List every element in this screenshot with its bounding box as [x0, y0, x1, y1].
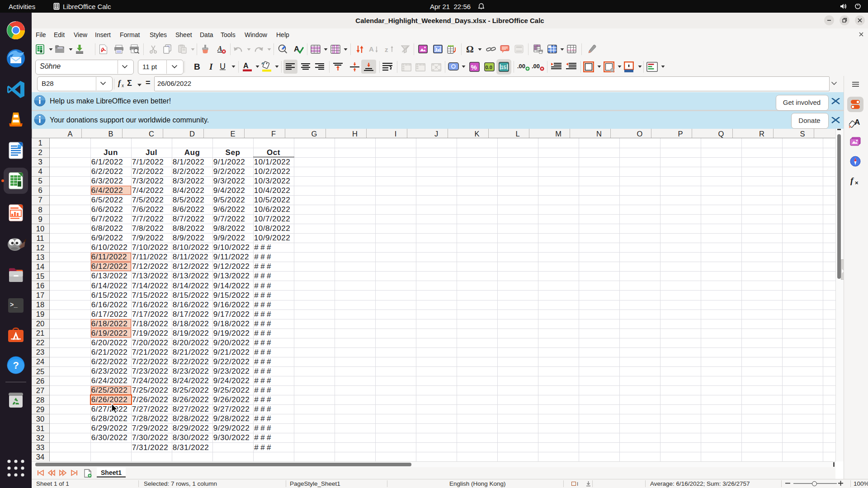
svg-text:.00: .00: [517, 63, 525, 70]
svg-text:A: A: [854, 118, 860, 127]
svg-text:A: A: [243, 62, 249, 70]
svg-text:>_: >_: [10, 301, 18, 309]
svg-text:?: ?: [13, 360, 19, 371]
svg-text:A: A: [217, 45, 222, 52]
svg-text:.00: .00: [532, 63, 540, 70]
svg-text:A: A: [369, 45, 374, 53]
svg-text:I: I: [577, 481, 578, 486]
svg-text:z: z: [385, 46, 388, 53]
svg-text:Ω: Ω: [466, 45, 474, 53]
svg-text:15: 15: [501, 65, 506, 70]
svg-text:0.0: 0.0: [486, 65, 492, 70]
svg-text:%: %: [471, 63, 477, 71]
